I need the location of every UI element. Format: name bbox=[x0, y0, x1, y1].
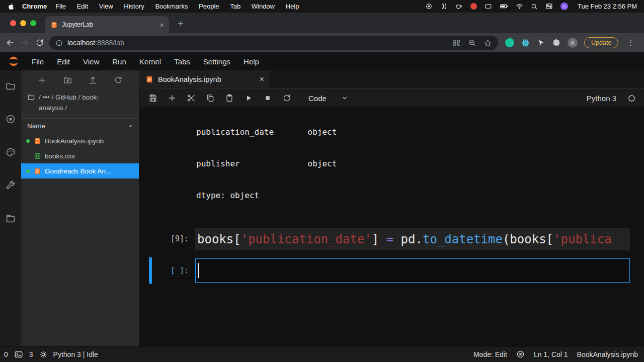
refresh-icon[interactable] bbox=[114, 75, 123, 84]
code-cell-9[interactable]: [9]: books['publication_date'] = pd.to_d… bbox=[139, 228, 644, 250]
breadcrumb-path[interactable]: / ••• / GitHub / book-analysis / bbox=[39, 92, 115, 113]
browser-menu-icon[interactable]: ⋮ bbox=[625, 38, 636, 47]
screen-record-icon[interactable] bbox=[425, 3, 433, 10]
property-inspector-icon[interactable] bbox=[5, 180, 16, 191]
copy-cells-icon[interactable] bbox=[206, 94, 215, 103]
address-bar[interactable]: localhost:8888/lab bbox=[49, 36, 498, 50]
qr-code-icon[interactable] bbox=[452, 39, 461, 47]
kernel-status-icon[interactable] bbox=[627, 94, 636, 103]
forward-button[interactable] bbox=[20, 38, 30, 48]
cut-cells-icon[interactable] bbox=[187, 94, 196, 103]
kernel-indicator[interactable]: Python 3 bbox=[587, 94, 636, 103]
jl-menu-settings[interactable]: Settings bbox=[197, 57, 237, 66]
file-item-bookanalysis[interactable]: BookAnalysis.ipynb bbox=[21, 133, 139, 148]
site-info-icon[interactable] bbox=[55, 39, 63, 47]
cursor-extension-icon[interactable] bbox=[537, 39, 545, 47]
active-empty-cell[interactable]: [ ]: bbox=[139, 258, 644, 283]
macos-app-name[interactable]: Chrome bbox=[22, 3, 47, 10]
open-tabs-icon[interactable] bbox=[5, 213, 16, 224]
battery-icon[interactable] bbox=[500, 2, 508, 11]
terminal-icon[interactable] bbox=[14, 350, 23, 359]
wifi-icon[interactable] bbox=[516, 3, 523, 10]
new-folder-icon[interactable] bbox=[63, 75, 72, 85]
window-close-button[interactable] bbox=[10, 20, 16, 26]
spotlight-icon[interactable] bbox=[531, 3, 538, 10]
jl-menu-tabs[interactable]: Tabs bbox=[168, 57, 197, 66]
browser-tab-jupyterlab[interactable]: JupyterLab × bbox=[45, 16, 169, 33]
jl-menu-help[interactable]: Help bbox=[237, 57, 266, 66]
macos-menu-history[interactable]: History bbox=[119, 3, 148, 10]
macos-menu-window[interactable]: Window bbox=[247, 3, 279, 10]
macos-menu-help[interactable]: Help bbox=[281, 3, 304, 10]
notebook-mode[interactable]: Mode: Edit bbox=[473, 350, 507, 358]
window-zoom-button[interactable] bbox=[30, 20, 36, 26]
macos-menu-view[interactable]: View bbox=[95, 3, 118, 10]
home-folder-icon[interactable] bbox=[27, 93, 35, 101]
reload-button[interactable] bbox=[35, 38, 44, 47]
kernel-count[interactable]: 0 bbox=[4, 350, 8, 358]
upload-icon[interactable] bbox=[88, 75, 98, 85]
notifications-off-icon[interactable] bbox=[516, 350, 525, 358]
new-launcher-icon[interactable] bbox=[37, 75, 47, 85]
cell-type-dropdown[interactable]: Code bbox=[308, 94, 349, 103]
control-center-icon[interactable] bbox=[545, 3, 553, 10]
jl-menu-run[interactable]: Run bbox=[106, 57, 133, 66]
apple-menu-icon[interactable] bbox=[7, 3, 15, 11]
window-minimize-button[interactable] bbox=[20, 20, 26, 26]
active-cell-editor[interactable] bbox=[195, 258, 630, 283]
code-token: = bbox=[386, 232, 393, 246]
waves-icon[interactable] bbox=[440, 3, 448, 10]
jupyterlab-menu-bar: File Edit View Run Kernel Tabs Settings … bbox=[0, 52, 644, 70]
jl-menu-edit[interactable]: Edit bbox=[50, 57, 76, 66]
name-column-label[interactable]: Name bbox=[27, 122, 45, 130]
url-text[interactable]: localhost:8888/lab bbox=[67, 39, 124, 47]
jl-menu-file[interactable]: File bbox=[25, 57, 50, 66]
notebook-content[interactable]: publication_date object publisher object… bbox=[139, 108, 644, 346]
zoom-out-icon[interactable] bbox=[468, 39, 476, 47]
kernel-status-text[interactable]: Python 3 | Idle bbox=[53, 350, 98, 358]
macos-menu-edit[interactable]: Edit bbox=[72, 3, 93, 10]
interrupt-kernel-icon[interactable] bbox=[263, 94, 272, 103]
save-icon[interactable] bbox=[148, 94, 157, 103]
coffee-icon[interactable] bbox=[455, 3, 463, 10]
user-avatar[interactable] bbox=[560, 3, 568, 10]
chrome-update-button[interactable]: Update bbox=[584, 37, 618, 48]
jl-menu-kernel[interactable]: Kernel bbox=[133, 57, 168, 66]
bookmark-star-icon[interactable] bbox=[484, 39, 492, 47]
run-cell-icon[interactable] bbox=[244, 94, 253, 103]
running-sessions-icon[interactable] bbox=[5, 114, 16, 125]
browser-profile-avatar[interactable] bbox=[568, 38, 578, 48]
code-cell-editor[interactable]: books['publication_date'] = pd.to_dateti… bbox=[195, 228, 630, 250]
notebook-tab[interactable]: BookAnalysis.ipynb × bbox=[139, 70, 270, 88]
gear-icon[interactable] bbox=[39, 350, 47, 358]
active-cell-collapser[interactable] bbox=[149, 257, 152, 284]
file-list-header[interactable]: Name ▲ bbox=[21, 118, 139, 133]
menu-bar-clock[interactable]: Tue Feb 23 2:56 PM bbox=[578, 3, 637, 10]
red-app-icon[interactable] bbox=[470, 3, 477, 10]
cursor-position[interactable]: Ln 1, Col 1 bbox=[534, 350, 568, 358]
back-button[interactable] bbox=[5, 38, 15, 48]
file-browser-icon[interactable] bbox=[5, 80, 16, 92]
add-cell-icon[interactable] bbox=[168, 94, 177, 103]
breadcrumb[interactable]: / ••• / GitHub / book-analysis / bbox=[21, 89, 139, 118]
new-tab-button[interactable]: + bbox=[173, 16, 188, 31]
file-item-goodreads-selected[interactable]: Goodreads Book An... bbox=[21, 163, 139, 178]
command-palette-icon[interactable] bbox=[5, 147, 16, 158]
tab-close-icon[interactable]: × bbox=[159, 21, 164, 29]
macos-menu-tab[interactable]: Tab bbox=[225, 3, 245, 10]
active-file-name[interactable]: BookAnalysis.ipynb bbox=[577, 350, 638, 358]
macos-menu-file[interactable]: File bbox=[51, 3, 70, 10]
atom-extension-icon[interactable] bbox=[521, 38, 530, 48]
jl-menu-view[interactable]: View bbox=[76, 57, 106, 66]
keyboard-icon[interactable] bbox=[485, 3, 492, 10]
sort-caret-icon[interactable]: ▲ bbox=[128, 123, 133, 128]
macos-menu-people[interactable]: People bbox=[194, 3, 223, 10]
file-item-bookscsv[interactable]: books.csv bbox=[21, 148, 139, 163]
extensions-puzzle-icon[interactable] bbox=[552, 38, 561, 47]
macos-menu-bookmarks[interactable]: Bookmarks bbox=[150, 3, 192, 10]
paste-cells-icon[interactable] bbox=[225, 94, 234, 103]
grammarly-extension-icon[interactable] bbox=[505, 38, 514, 47]
terminal-count[interactable]: 3 bbox=[29, 350, 33, 358]
tab-close-icon[interactable]: × bbox=[260, 75, 264, 84]
restart-kernel-icon[interactable] bbox=[282, 94, 291, 103]
